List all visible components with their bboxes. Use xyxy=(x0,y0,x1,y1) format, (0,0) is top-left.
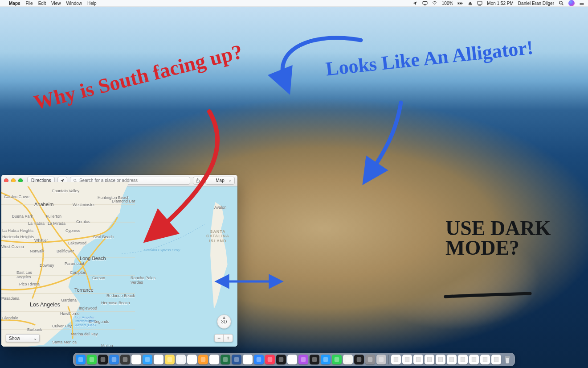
dock-stack-doc10[interactable] xyxy=(491,355,501,364)
svg-rect-0 xyxy=(423,1,427,4)
svg-rect-20 xyxy=(134,357,139,362)
city-compton: Compton xyxy=(70,270,86,275)
dock-stack-doc2[interactable] xyxy=(402,355,412,364)
svg-rect-44 xyxy=(405,357,409,362)
svg-rect-28 xyxy=(223,357,228,362)
zoom-in-button[interactable]: + xyxy=(224,335,233,342)
svg-rect-36 xyxy=(312,357,317,362)
dock-stack-doc7[interactable] xyxy=(458,355,468,364)
svg-rect-46 xyxy=(427,357,431,362)
svg-rect-19 xyxy=(123,357,128,362)
eject-icon[interactable] xyxy=(467,0,473,6)
dock-app-finder[interactable] xyxy=(76,355,86,364)
svg-rect-22 xyxy=(156,357,161,362)
ferry-label: Catalina Express Ferry xyxy=(144,248,180,252)
siri-menubar-icon[interactable] xyxy=(568,0,575,6)
dock-app-maps[interactable] xyxy=(343,355,353,364)
dock-app-messages[interactable] xyxy=(87,355,97,364)
dock-app-itunes[interactable] xyxy=(287,355,297,364)
city-marina: Marina del Rey xyxy=(71,332,98,336)
svg-rect-5 xyxy=(478,1,482,4)
location-services-icon[interactable] xyxy=(412,0,418,6)
app-menu[interactable]: Maps xyxy=(9,1,20,6)
city-seal-beach: Seal Beach xyxy=(93,235,114,239)
city-burbank: Burbank xyxy=(27,327,42,332)
svg-rect-41 xyxy=(368,357,373,362)
svg-point-7 xyxy=(559,1,563,4)
dock-app-notes[interactable] xyxy=(165,355,175,364)
dock-app-launchpad[interactable] xyxy=(376,355,386,364)
dock-app-preview[interactable] xyxy=(109,355,119,364)
city-carson: Carson xyxy=(92,276,105,280)
dock-app-pages[interactable] xyxy=(198,355,208,364)
menu-edit[interactable]: Edit xyxy=(38,1,46,6)
menu-file[interactable]: File xyxy=(26,1,33,6)
svg-rect-40 xyxy=(357,357,362,362)
dock-stack-doc4[interactable] xyxy=(425,355,434,364)
share-button[interactable] xyxy=(193,177,203,185)
dock-app-podcasts[interactable] xyxy=(298,355,308,364)
menubar-user[interactable]: Daniel Eran Dilger xyxy=(518,1,554,6)
dock-stack-doc3[interactable] xyxy=(413,355,423,364)
dock-app-tv[interactable] xyxy=(310,355,319,364)
dock-app-pixelmator[interactable] xyxy=(120,355,130,364)
dock-app-systemprefs[interactable] xyxy=(365,355,375,364)
dock-app-stocks[interactable] xyxy=(276,355,286,364)
city-downey: Downey xyxy=(40,263,54,268)
dock-app-terminal[interactable] xyxy=(354,355,364,364)
menubar-clock[interactable]: Mon 1:52 PM xyxy=(487,1,513,6)
compass-3d-button[interactable]: 3D xyxy=(217,314,231,329)
city-torrance: Torrance xyxy=(74,287,94,293)
menu-window[interactable]: Window xyxy=(66,1,82,6)
map-canvas[interactable]: Fountain Valley Garden Grove Anaheim Wes… xyxy=(1,186,237,347)
control-strip-icon[interactable] xyxy=(477,0,482,6)
battery-icon[interactable] xyxy=(457,0,463,6)
wifi-icon[interactable] xyxy=(432,0,437,6)
svg-rect-4 xyxy=(462,3,463,4)
dock-app-mail[interactable] xyxy=(143,355,152,364)
dock-app-siri[interactable] xyxy=(98,355,108,364)
dock-stack-doc5[interactable] xyxy=(436,355,445,364)
dock-stack-doc9[interactable] xyxy=(480,355,490,364)
dock-stack-doc8[interactable] xyxy=(469,355,479,364)
dock-stack-doc1[interactable] xyxy=(391,355,401,364)
island-label: SANTA CATALINA ISLAND xyxy=(206,229,229,243)
svg-rect-18 xyxy=(112,357,117,362)
dock-app-keynote[interactable] xyxy=(254,355,264,364)
spotlight-icon[interactable] xyxy=(559,0,564,6)
menu-help[interactable]: Help xyxy=(87,1,97,6)
dock-stack-doc6[interactable] xyxy=(447,355,457,364)
dock-separator xyxy=(388,355,389,364)
dock-app-safari[interactable] xyxy=(176,355,186,364)
dock-app-slack[interactable] xyxy=(131,355,141,364)
city-la-habra: La Habra xyxy=(28,221,45,226)
dock-app-numbers[interactable] xyxy=(243,355,253,364)
zoom-out-button[interactable]: − xyxy=(215,335,224,342)
poi-lax: Los Angeles International Airport (LAX) xyxy=(75,316,96,327)
menu-view[interactable]: View xyxy=(51,1,61,6)
svg-point-1 xyxy=(434,4,435,5)
dock-trash[interactable] xyxy=(502,355,512,364)
battery-percent: 100% xyxy=(442,1,453,6)
city-westminster: Westminster xyxy=(73,203,95,207)
dock-app-calendar[interactable] xyxy=(154,355,163,364)
airplay-icon[interactable] xyxy=(422,0,428,6)
svg-rect-29 xyxy=(234,357,239,362)
dock-app-reminders[interactable] xyxy=(187,355,197,364)
dock-app-facetime[interactable] xyxy=(332,355,342,364)
dock-app-word[interactable] xyxy=(232,355,241,364)
svg-rect-25 xyxy=(190,357,195,362)
city-cypress: Cypress xyxy=(65,228,80,233)
dock-app-photos[interactable] xyxy=(209,355,219,364)
dock-app-news[interactable] xyxy=(265,355,275,364)
dock-app-excel[interactable] xyxy=(220,355,230,364)
show-dropdown[interactable]: Show xyxy=(6,334,40,342)
svg-rect-48 xyxy=(449,357,453,362)
notification-center-icon[interactable] xyxy=(579,0,584,6)
city-malibu: Malibu xyxy=(101,343,113,347)
dock-app-appstore[interactable] xyxy=(321,355,331,364)
map-type-dropdown[interactable]: Map xyxy=(205,177,235,185)
city-la: Los Angeles xyxy=(30,302,60,308)
city-glendale: Glendale xyxy=(2,316,18,320)
maps-window: Directions Map xyxy=(1,175,237,347)
